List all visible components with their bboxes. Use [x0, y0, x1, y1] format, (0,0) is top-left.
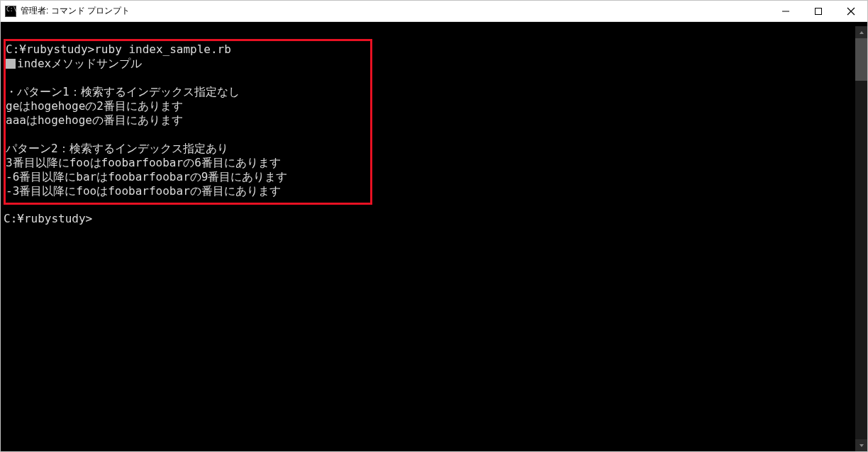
output-blank	[6, 128, 367, 142]
output-line: -6番目以降にbarはfoobarfoobarの9番目にあります	[6, 170, 367, 184]
block-char-icon	[6, 59, 16, 69]
maximize-icon	[814, 7, 823, 16]
output-blank	[6, 71, 367, 85]
output-line: geはhogehogeの2番目にあります	[6, 99, 367, 113]
vertical-scrollbar[interactable]	[855, 26, 867, 451]
close-icon	[847, 7, 855, 16]
console[interactable]: C:¥rubystudy>ruby index_sample.rb indexメ…	[1, 26, 855, 451]
window-frame: 管理者: コマンド プロンプト C:¥rubystudy>ruby index_…	[0, 0, 868, 452]
prompt-line[interactable]: C:¥rubystudy>	[4, 212, 852, 226]
scroll-track[interactable]	[855, 38, 867, 439]
output-line: indexメソッドサンプル	[6, 57, 367, 71]
window-controls	[769, 1, 867, 21]
output-line: ・パターン1：検索するインデックス指定なし	[6, 85, 367, 99]
output-line: パターン2：検索するインデックス指定あり	[6, 142, 367, 156]
chevron-up-icon	[859, 30, 864, 35]
client-area: C:¥rubystudy>ruby index_sample.rb indexメ…	[1, 22, 867, 451]
output-text: indexメソッドサンプル	[17, 57, 142, 70]
highlighted-region: C:¥rubystudy>ruby index_sample.rb indexメ…	[4, 39, 372, 205]
window-title: 管理者: コマンド プロンプト	[21, 5, 130, 17]
output-line: -3番目以降にfooはfoobarfoobarの番目にあります	[6, 184, 367, 198]
minimize-icon	[781, 7, 790, 16]
scroll-down-button[interactable]	[855, 439, 867, 451]
scroll-up-button[interactable]	[855, 26, 867, 38]
svg-rect-1	[816, 8, 822, 14]
minimize-button[interactable]	[769, 1, 802, 21]
titlebar[interactable]: 管理者: コマンド プロンプト	[1, 1, 867, 22]
close-button[interactable]	[835, 1, 867, 21]
cmd-icon	[5, 6, 16, 17]
output-line: 3番目以降にfooはfoobarfoobarの6番目にあります	[6, 156, 367, 170]
chevron-down-icon	[859, 443, 864, 448]
svg-rect-0	[782, 11, 789, 11]
output-line: aaaはhogehogeの番目にあります	[6, 113, 367, 128]
scroll-thumb[interactable]	[855, 38, 867, 81]
output-line: C:¥rubystudy>ruby index_sample.rb	[6, 43, 367, 57]
maximize-button[interactable]	[802, 1, 835, 21]
